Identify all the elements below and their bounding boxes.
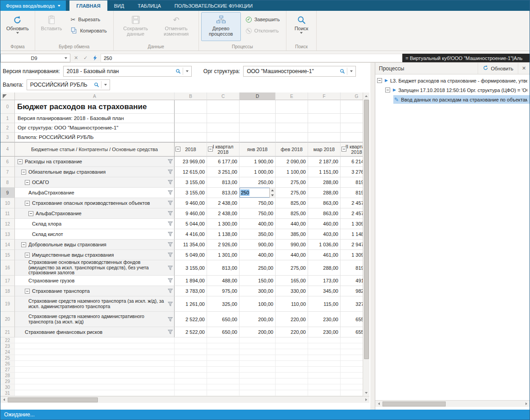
scroll-left-button[interactable] [0,397,7,403]
cell[interactable] [308,361,341,367]
cell[interactable]: 11 354,00 [175,240,207,250]
cell[interactable]: 250,00 [240,177,276,188]
cell[interactable] [341,343,363,349]
cell[interactable]: 1 301,00 [207,250,240,260]
filter-funnel-icon[interactable] [168,253,173,257]
filter-funnel-icon[interactable] [168,201,173,205]
cell[interactable]: 325,00 [207,296,240,312]
cell[interactable]: 150,00 [240,276,276,286]
cell[interactable] [341,361,363,367]
row-header-28[interactable]: 28 [0,373,15,378]
filter-funnel-icon[interactable] [168,289,173,293]
cell[interactable]: 990,00 [276,240,308,250]
collapse-toggle[interactable] [21,242,26,247]
collapse-toggle[interactable] [175,147,180,152]
period-header-cell[interactable]: фев 2018 [276,142,308,157]
cell[interactable] [207,361,240,367]
filter-funnel-icon[interactable] [168,190,173,195]
cell[interactable]: 819,00 [341,188,363,198]
cell[interactable] [308,390,341,396]
cell[interactable]: 825,00 [276,208,308,219]
cell[interactable]: 9 460,00 [175,208,207,219]
cell[interactable]: 2 438,00 [207,198,240,208]
cell[interactable]: 173,00 [308,276,341,286]
app-menu-button[interactable]: Форма ввода/вывода [0,0,66,11]
cell[interactable]: 655,00 [341,327,363,337]
cell[interactable]: 275,00 [276,188,308,198]
row-header-12[interactable]: 12 [0,219,15,229]
cell[interactable]: 1 000,00 [240,167,276,177]
cell[interactable]: 3 155,00 [175,188,207,198]
row-header-1[interactable]: 1 [0,114,15,123]
cell[interactable] [15,367,175,373]
cell[interactable]: 813,00 [207,188,240,198]
cell[interactable]: 230,00 [308,327,341,337]
cell[interactable]: 300,00 [240,286,276,296]
row-header-17[interactable]: 17 [0,276,15,286]
cell[interactable] [276,378,308,384]
cell[interactable]: 2 522,00 [175,312,207,327]
collapse-toggle[interactable] [208,147,213,152]
cell[interactable] [15,378,175,384]
row-header-9[interactable]: 9 [0,188,15,198]
cell[interactable]: 460,00 [308,219,341,229]
cell[interactable]: 750,00 [240,198,276,208]
cell[interactable]: 275,00 [276,260,308,276]
cell[interactable]: 2 457,00 [341,198,363,208]
tab-table[interactable]: ТАБЛИЦА [131,0,168,11]
collapse-toggle[interactable] [385,88,390,92]
process-item-content[interactable]: ▶Запущен 17.10.2018 12:50:16 Орг. структ… [392,86,530,94]
reject-button[interactable]: Отклонить [242,26,284,35]
process-item[interactable]: ▶Запущен 17.10.2018 12:50:16 Орг. структ… [375,85,530,95]
cell[interactable]: 1 900,00 [240,157,276,167]
cell[interactable] [207,373,240,378]
cell[interactable]: 5 049,00 [175,250,207,260]
row-header-8[interactable]: 8 [0,177,15,188]
cell[interactable]: 12 615,00 [175,167,207,177]
cell[interactable] [240,349,276,355]
scroll-left-button[interactable] [375,401,382,407]
cell[interactable] [341,378,363,384]
cell[interactable]: 23 969,00 [175,157,207,167]
cell[interactable] [175,378,207,384]
cell[interactable]: 1 300,00 [207,219,240,229]
budget-item-cell[interactable]: Обязательные виды страхования [15,167,175,177]
tab-main[interactable]: ГЛАВНАЯ [69,0,107,11]
column-header-B[interactable]: B [175,92,207,100]
select-all-corner[interactable] [0,92,15,100]
vertical-scroll-thumb[interactable] [364,100,369,359]
search-button[interactable]: Поиск [289,12,314,41]
cell[interactable] [207,378,240,384]
tab-view[interactable]: ВИД [107,0,131,11]
cut-button[interactable]: ✂ Вырезать [66,15,111,24]
row-header-21[interactable]: 21 [0,327,15,337]
cell[interactable]: 3 155,00 [175,260,207,276]
collapse-toggle[interactable] [25,289,30,294]
cell[interactable]: 491,00 [341,276,363,286]
complete-button[interactable]: ✓ Завершить [242,15,284,24]
cell[interactable]: 650,00 [207,327,240,337]
cell[interactable] [240,361,276,367]
cell[interactable]: 6 177,00 [207,157,240,167]
row-header-19[interactable]: 19 [0,296,15,312]
cell[interactable]: 813,00 [207,177,240,188]
cell[interactable] [276,343,308,349]
budget-item-cell[interactable]: Склад хлора [15,219,175,229]
collapse-toggle[interactable] [28,211,33,216]
column-header-D[interactable]: D [240,92,276,100]
cell[interactable]: 900,00 [240,240,276,250]
cell[interactable] [276,355,308,361]
budget-item-cell[interactable]: Страхование грузов [15,276,175,286]
cell[interactable]: 6 214,00 [341,157,363,167]
cell[interactable] [175,390,207,396]
cell[interactable] [175,349,207,355]
search-icon[interactable] [174,69,183,74]
process-item[interactable]: ▶L3. Бюджет расходов на страхование - фо… [375,76,530,85]
panel-splitter[interactable] [370,63,375,410]
cell[interactable]: 2 522,00 [175,327,207,337]
cell[interactable] [341,355,363,361]
cell[interactable] [175,355,207,361]
cell[interactable] [207,384,240,390]
tab-user-functions[interactable]: ПОЛЬЗОВАТЕЛЬСКИЕ ФУНКЦИИ [168,0,259,11]
cell[interactable]: 350,00 [240,229,276,240]
